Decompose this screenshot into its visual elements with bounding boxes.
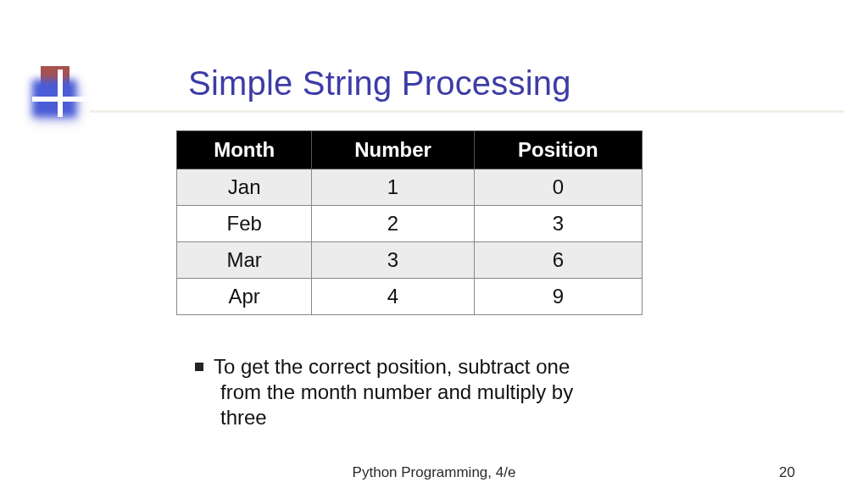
cell-number: 2 [312, 206, 474, 242]
logo-icon [32, 66, 92, 117]
bullet-text-line2: from the month number and multiply by [195, 380, 670, 405]
table-row: Jan 1 0 [177, 169, 643, 206]
cell-month: Mar [177, 242, 312, 279]
page-number: 20 [779, 464, 795, 481]
table-row: Feb 2 3 [177, 206, 643, 242]
cell-month: Apr [177, 279, 312, 315]
bullet-square-icon [195, 363, 203, 371]
cell-position: 9 [474, 279, 642, 315]
table-row: Apr 4 9 [177, 279, 643, 315]
cell-number: 1 [312, 169, 474, 206]
slide: Simple String Processing Month Number Po… [0, 0, 868, 488]
cell-position: 0 [474, 169, 642, 206]
cell-month: Feb [177, 206, 312, 242]
col-month: Month [177, 131, 312, 169]
cell-number: 4 [312, 279, 474, 315]
bullet-text-line3: three [195, 405, 670, 430]
cell-month: Jan [177, 169, 312, 206]
table-header-row: Month Number Position [177, 131, 643, 169]
col-number: Number [312, 131, 474, 169]
footer-book-title: Python Programming, 4/e [0, 464, 868, 481]
bullet-text-line1: To get the correct position, subtract on… [214, 355, 570, 378]
bullet-item: To get the correct position, subtract on… [195, 354, 670, 430]
col-position: Position [474, 131, 642, 169]
cell-position: 6 [474, 242, 642, 279]
cell-position: 3 [474, 206, 642, 242]
title-underline [90, 110, 844, 113]
cell-number: 3 [312, 242, 474, 279]
slide-title: Simple String Processing [188, 64, 571, 103]
month-table: Month Number Position Jan 1 0 Feb 2 3 Ma… [176, 130, 643, 315]
table-row: Mar 3 6 [177, 242, 643, 279]
